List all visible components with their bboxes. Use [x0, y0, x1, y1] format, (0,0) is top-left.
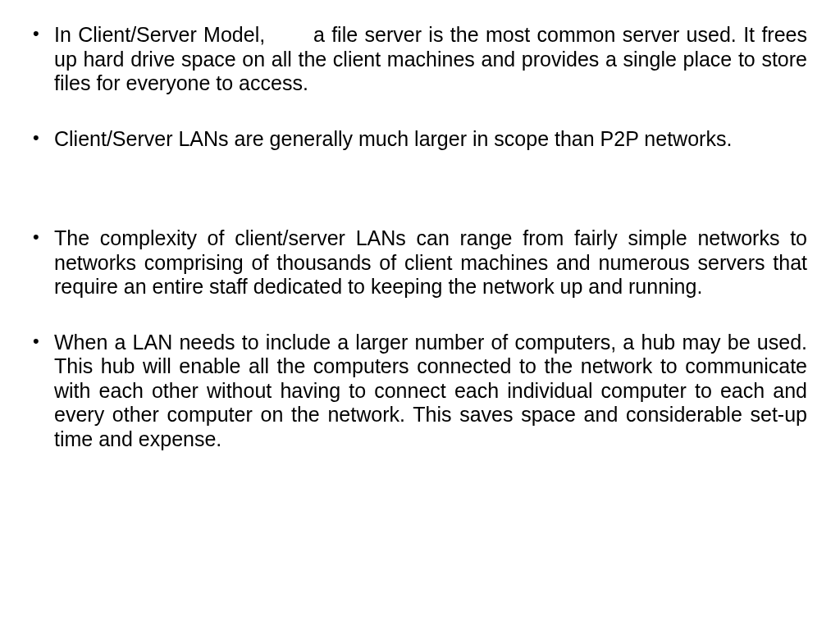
- bullet-text: The complexity of client/server LANs can…: [54, 226, 807, 298]
- bullet-list: In Client/Server Model, a file server is…: [23, 23, 807, 451]
- bullet-item: Client/Server LANs are generally much la…: [23, 127, 807, 152]
- bullet-item: The complexity of client/server LANs can…: [23, 226, 807, 299]
- bullet-item: When a LAN needs to include a larger num…: [23, 331, 807, 452]
- bullet-text: When a LAN needs to include a larger num…: [54, 331, 807, 450]
- bullet-text: Client/Server LANs are generally much la…: [54, 127, 732, 150]
- bullet-item: In Client/Server Model, a file server is…: [23, 23, 807, 96]
- bullet-lead: In Client/Server Model,: [54, 23, 313, 46]
